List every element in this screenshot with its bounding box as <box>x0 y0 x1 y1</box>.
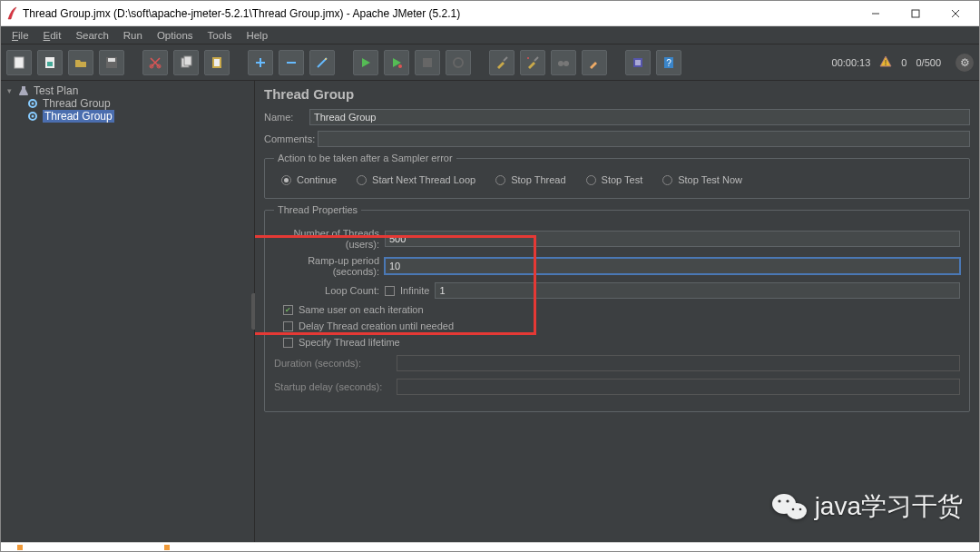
window-close-button[interactable] <box>936 2 975 25</box>
panel-title: Thread Group <box>264 86 970 102</box>
menu-file[interactable]: File <box>5 28 36 43</box>
threads-input[interactable] <box>385 231 960 247</box>
radio-icon <box>495 175 505 185</box>
radio-icon <box>281 175 291 185</box>
search-tree-button[interactable] <box>551 50 576 75</box>
same-user-checkbox[interactable]: Same user on each iteration <box>283 304 424 315</box>
radio-stop-now[interactable]: Stop Test Now <box>662 174 742 185</box>
function-helper-button[interactable] <box>625 50 651 75</box>
collapse-button[interactable] <box>279 50 304 75</box>
loop-count-input[interactable] <box>435 282 960 299</box>
svg-point-22 <box>398 64 402 68</box>
copy-button[interactable] <box>173 50 199 75</box>
open-button[interactable] <box>68 50 93 75</box>
radio-continue[interactable]: Continue <box>281 174 337 185</box>
loop-infinite-checkbox[interactable]: Infinite <box>385 285 429 296</box>
toggle-button[interactable] <box>309 50 335 75</box>
wand-icon <box>315 55 329 70</box>
flask-icon <box>17 84 30 97</box>
menu-options[interactable]: Options <box>150 28 201 43</box>
active-threads: 0/500 <box>916 57 941 68</box>
svg-point-41 <box>32 115 34 118</box>
warning-count: 0 <box>901 57 906 68</box>
tree-thread-group-2[interactable]: Thread Group <box>1 110 254 123</box>
help-icon: ? <box>662 55 676 70</box>
name-input[interactable] <box>309 109 970 125</box>
gear-icon <box>26 97 39 110</box>
stop-icon <box>420 55 435 70</box>
window-maximize-button[interactable] <box>896 2 936 25</box>
comments-label: Comments: <box>264 133 318 144</box>
broom-icon <box>495 55 509 70</box>
comments-input[interactable] <box>318 131 970 147</box>
os-titlebar: Thread Group.jmx (D:\soft\apache-jmeter-… <box>1 1 979 26</box>
stop-button[interactable] <box>415 50 440 75</box>
svg-point-28 <box>558 61 564 66</box>
menu-run[interactable]: Run <box>116 28 150 43</box>
clear-all-button[interactable] <box>520 50 545 75</box>
expand-button[interactable] <box>248 50 273 75</box>
menu-edit[interactable]: Edit <box>36 28 69 43</box>
save-icon <box>104 55 119 70</box>
specify-lifetime-checkbox[interactable]: Specify Thread lifetime <box>283 337 400 348</box>
caret-down-icon[interactable]: ▾ <box>5 86 14 95</box>
warning-icon[interactable]: ! <box>879 55 892 70</box>
svg-point-29 <box>564 61 569 66</box>
svg-point-19 <box>325 58 327 60</box>
save-button[interactable] <box>99 50 124 75</box>
scissors-icon <box>148 55 162 70</box>
elapsed-time: 00:00:13 <box>832 57 871 68</box>
clipboard-icon <box>210 55 224 70</box>
svg-text:!: ! <box>885 58 887 67</box>
checkbox-icon <box>283 305 293 315</box>
radio-icon <box>662 175 672 185</box>
rampup-input[interactable] <box>385 258 960 274</box>
radio-icon <box>357 175 367 185</box>
threads-label: Number of Threads (users): <box>274 228 385 250</box>
window-minimize-button[interactable] <box>856 2 896 25</box>
menu-tools[interactable]: Tools <box>201 28 240 43</box>
thread-properties-fieldset: Thread Properties Number of Threads (use… <box>264 204 970 412</box>
svg-text:?: ? <box>666 58 671 68</box>
paste-button[interactable] <box>204 50 230 75</box>
panel-scrollbar[interactable] <box>970 81 979 542</box>
start-notimers-button[interactable] <box>384 50 409 75</box>
checkbox-icon <box>385 286 395 296</box>
tree-root[interactable]: ▾ Test Plan <box>1 84 254 97</box>
copy-icon <box>179 55 193 70</box>
radio-start-next[interactable]: Start Next Thread Loop <box>357 174 475 185</box>
editor-panel: Thread Group Name: Comments: Action to b… <box>255 81 979 542</box>
menu-help[interactable]: Help <box>239 28 275 43</box>
start-button[interactable] <box>353 50 378 75</box>
play-dot-icon <box>389 55 404 70</box>
gear-icon <box>26 110 39 123</box>
shutdown-icon <box>451 55 466 70</box>
clear-button[interactable] <box>489 50 514 75</box>
delay-creation-checkbox[interactable]: Delay Thread creation until needed <box>283 320 454 331</box>
minus-icon <box>284 55 299 70</box>
svg-line-25 <box>504 57 507 61</box>
list-icon <box>631 55 645 70</box>
shutdown-button[interactable] <box>446 50 471 75</box>
menu-search[interactable]: Search <box>68 28 115 43</box>
reset-search-button[interactable] <box>582 50 607 75</box>
svg-rect-6 <box>47 62 53 66</box>
folder-open-icon <box>74 55 88 70</box>
file-new-icon <box>12 55 26 70</box>
tree-label: Thread Group <box>43 97 111 110</box>
sampler-error-fieldset: Action to be taken after a Sampler error… <box>264 153 970 199</box>
radio-stop-test[interactable]: Stop Test <box>586 174 643 185</box>
radio-stop-thread[interactable]: Stop Thread <box>495 174 565 185</box>
cut-button[interactable] <box>142 50 168 75</box>
app-chrome: File Edit Search Run Options Tools Help <box>1 26 979 542</box>
new-button[interactable] <box>6 50 32 75</box>
help-button[interactable]: ? <box>656 50 681 75</box>
run-status-icon: ⚙ <box>956 54 974 72</box>
name-label: Name: <box>264 112 309 123</box>
test-plan-tree[interactable]: ▾ Test Plan Thread Group Thread Group <box>1 81 255 542</box>
templates-button[interactable] <box>37 50 63 75</box>
templates-icon <box>43 55 57 70</box>
radio-icon <box>586 175 596 185</box>
checkbox-icon <box>283 338 293 348</box>
tree-thread-group-1[interactable]: Thread Group <box>1 97 254 110</box>
